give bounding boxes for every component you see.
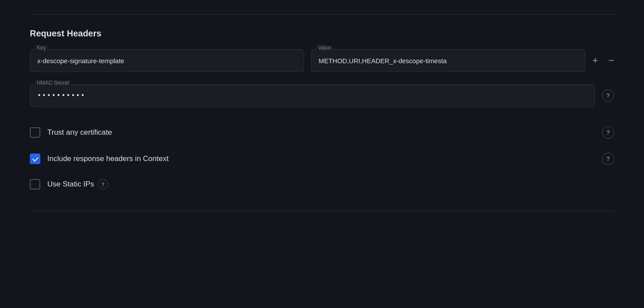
include-response-headers-help-icon[interactable]: ? [602,153,614,165]
trust-certificate-checkbox[interactable] [30,127,40,138]
section-title: Request Headers [30,29,614,39]
use-static-ips-label-group: Use Static IPs ? [47,179,108,190]
trust-certificate-label: Trust any certificate [47,128,112,137]
header-actions: + − [592,56,614,65]
value-input[interactable] [311,49,585,72]
key-field-wrapper: Key [30,49,304,72]
hmac-row: HMAC Secret ? [30,84,614,107]
value-field-label: Value [316,45,333,51]
hmac-input[interactable] [30,84,595,107]
add-header-button[interactable]: + [592,56,598,65]
include-response-headers-row: Include response headers in Context ? [30,146,614,172]
use-static-ips-checkbox[interactable] [30,179,40,190]
hmac-field-wrapper: HMAC Secret [30,84,595,107]
top-divider [30,14,614,14]
request-headers-section: Request Headers Key Value + − [30,29,614,72]
use-static-ips-left: Use Static IPs ? [30,179,108,190]
use-static-ips-help-icon[interactable]: ? [98,179,108,190]
include-response-headers-label: Include response headers in Context [47,154,169,163]
value-field-wrapper: Value [311,49,585,72]
hmac-label: HMAC Secret [35,80,71,86]
trust-certificate-help-icon[interactable]: ? [602,126,614,139]
bottom-divider [30,211,614,211]
hmac-secret-section: HMAC Secret ? [30,84,614,107]
use-static-ips-row: Use Static IPs ? [30,172,614,197]
key-field-label: Key [35,45,48,51]
trust-certificate-row: Trust any certificate ? [30,119,614,146]
request-headers-row: Key Value + − [30,49,614,72]
include-response-headers-checkbox[interactable] [30,154,40,164]
key-input[interactable] [30,49,304,72]
trust-certificate-left: Trust any certificate [30,127,112,138]
hmac-help-icon[interactable]: ? [602,90,614,102]
use-static-ips-label: Use Static IPs [47,180,94,189]
include-response-headers-left: Include response headers in Context [30,154,169,164]
remove-header-button[interactable]: − [609,56,614,65]
